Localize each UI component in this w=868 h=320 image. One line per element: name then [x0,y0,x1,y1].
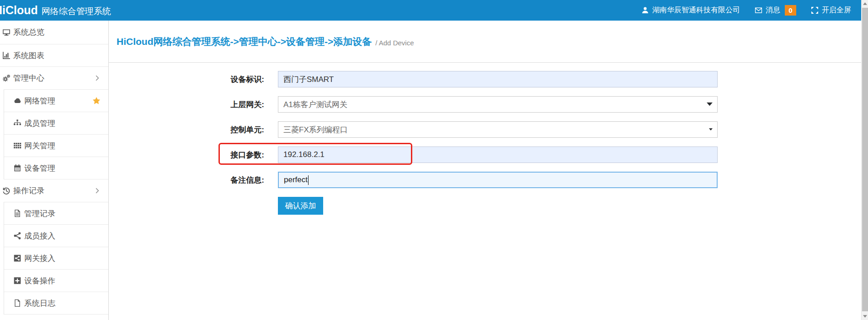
company-menu[interactable]: 湖南华辰智通科技有限公司 [641,5,740,15]
sidebar-item-network-mgmt[interactable]: 网络管理 [4,90,108,112]
sidebar-subgroup-admin: 网络管理 成员管理 网关管理 [4,89,108,179]
sidebar-item-operation-records[interactable]: 操作记录 [0,179,108,202]
remark-input[interactable]: perfect [278,172,718,188]
calendar-icon [13,164,21,172]
sidebar-item-member-access[interactable]: 成员接入 [4,225,108,247]
sidebar-subgroup-records: 管理记录 成员接入 网关接入 [4,202,108,315]
interface-params-label: 接口参数: [109,150,264,160]
sidebar-item-gateway-access[interactable]: 网关接入 [4,247,108,270]
breadcrumb: HiCloud网络综合管理系统->管理中心->设备管理->添加设备 / Add … [109,21,861,63]
interface-params-input[interactable]: 192.168.2.1 [278,146,718,163]
control-unit-select[interactable]: 三菱FX系列编程口 [278,121,718,138]
app-brand: HiCloud 网络综合管理系统 [0,4,111,17]
sidebar-item-label: 系统总览 [13,27,44,38]
bar-chart-icon [2,51,11,60]
sidebar-item-member-mgmt[interactable]: 成员管理 [4,112,108,135]
sidebar: 系统总览 系统图表 管理中心 网络管理 [0,21,109,320]
sitemap-icon [13,119,21,127]
upper-gateway-label: 上层网关: [109,99,264,110]
cloud-icon [13,97,21,105]
sidebar-item-label: 管理记录 [24,208,55,219]
form-row-remark: 备注信息: perfect [109,172,861,188]
brand-suffix: 网络综合管理系统 [42,5,111,17]
file-text-icon [13,209,21,217]
sidebar-item-device-mgmt[interactable]: 设备管理 [4,157,108,179]
scroll-up-button[interactable] [862,0,868,7]
chevron-right-icon [94,75,101,81]
sidebar-item-admin-center[interactable]: 管理中心 [0,67,108,89]
fullscreen-icon [811,6,819,14]
upper-gateway-select[interactable]: A1栋客户测试网关 [278,96,718,113]
fullscreen-label: 开启全屏 [822,5,851,15]
company-name: 湖南华辰智通科技有限公司 [652,5,740,15]
sidebar-item-admin-records[interactable]: 管理记录 [4,202,108,225]
share-square-icon [13,254,21,262]
sidebar-item-label: 管理中心 [13,73,44,83]
scroll-down-button[interactable] [862,313,868,320]
form-row-device-id: 设备标识: 西门子SMART [109,71,861,87]
sidebar-item-label: 系统图表 [13,50,44,61]
main-content: HiCloud网络综合管理系统->管理中心->设备管理->添加设备 / Add … [109,21,861,320]
sidebar-item-label: 成员接入 [24,231,55,241]
sidebar-item-device-operation[interactable]: 设备操作 [4,270,108,292]
topbar: HiCloud 网络综合管理系统 湖南华辰智通科技有限公司 消息 0 开启全屏 [0,0,861,21]
sidebar-item-system-overview[interactable]: 系统总览 [0,21,108,44]
vertical-scrollbar [861,0,868,320]
control-unit-label: 控制单元: [109,125,264,135]
messages-label: 消息 [766,5,780,15]
sidebar-item-label: 网关管理 [24,141,55,151]
add-device-form: 设备标识: 西门子SMART 上层网关: A1栋客户测试网关 控制单元: [109,63,861,215]
text-cursor [308,175,309,185]
sidebar-item-label: 系统日志 [24,298,55,309]
plus-square-icon [13,277,21,285]
sidebar-item-label: 设备操作 [24,276,55,286]
sidebar-item-system-log[interactable]: 系统日志 [4,292,108,315]
fullscreen-toggle[interactable]: 开启全屏 [811,5,851,15]
device-id-label: 设备标识: [109,74,264,85]
sidebar-item-label: 网络管理 [24,96,55,106]
device-id-value: 西门子SMART [283,74,334,85]
remark-label: 备注信息: [109,175,264,185]
envelope-icon [755,6,762,14]
breadcrumb-suffix: / Add Device [375,39,414,47]
caret-down-icon [707,103,713,107]
sidebar-item-label: 成员管理 [24,118,55,129]
device-id-input[interactable]: 西门子SMART [278,71,718,87]
chevron-right-icon [94,187,101,194]
star-icon [92,97,101,105]
topbar-right: 湖南华辰智通科技有限公司 消息 0 开启全屏 [641,5,851,16]
sidebar-item-label: 操作记录 [13,185,44,196]
grid-icon [13,141,21,150]
history-icon [2,187,11,195]
brand-name: HiCloud [0,4,38,17]
sidebar-item-gateway-mgmt[interactable]: 网关管理 [4,135,108,157]
scrollbar-thumb[interactable] [862,8,868,311]
upper-gateway-value: A1栋客户测试网关 [283,99,347,110]
interface-params-value: 192.168.2.1 [283,150,325,159]
messages-count-badge: 0 [785,5,796,16]
confirm-add-button[interactable]: 确认添加 [278,197,323,215]
form-row-control-unit: 控制单元: 三菱FX系列编程口 [109,121,861,138]
breadcrumb-path: HiCloud网络综合管理系统->管理中心->设备管理->添加设备 [117,35,372,48]
form-row-interface-params: 接口参数: 192.168.2.1 [109,146,861,163]
control-unit-value: 三菱FX系列编程口 [283,125,348,135]
user-icon [641,6,649,14]
sidebar-item-system-charts[interactable]: 系统图表 [0,44,108,67]
form-row-upper-gateway: 上层网关: A1栋客户测试网关 [109,96,861,113]
gears-icon [2,74,11,82]
desktop-icon [2,28,11,37]
file-icon [13,299,21,307]
sidebar-item-label: 网关接入 [24,253,55,264]
remark-value: perfect [284,175,308,184]
sidebar-item-label: 设备管理 [24,163,55,174]
share-icon [13,232,21,240]
caret-down-icon [709,128,713,131]
messages-menu[interactable]: 消息 0 [755,5,796,16]
